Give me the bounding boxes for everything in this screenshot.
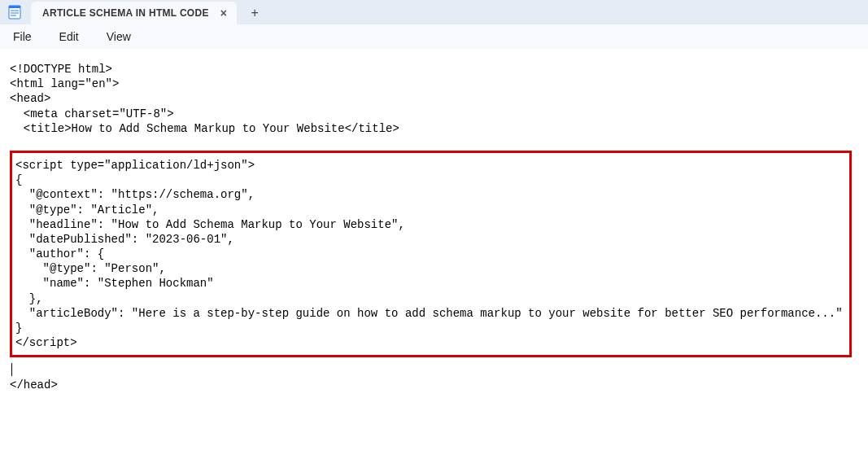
menu-file[interactable]: File [10, 28, 35, 45]
plus-icon: + [251, 6, 259, 20]
code-pre: <!DOCTYPE html> <html lang="en"> <head> … [10, 63, 399, 135]
tab-title: ARTICLE SCHEMA IN HTML CODE [42, 7, 209, 19]
highlight-box: <script type="application/ld+json"> { "@… [10, 151, 852, 357]
menu-edit[interactable]: Edit [56, 28, 82, 45]
svg-rect-1 [9, 6, 20, 8]
new-tab-button[interactable]: + [243, 2, 266, 24]
code-editor[interactable]: <!DOCTYPE html> <html lang="en"> <head> … [0, 49, 868, 455]
titlebar: ARTICLE SCHEMA IN HTML CODE × + [0, 0, 868, 24]
code-post: </head> [10, 378, 58, 392]
document-tab[interactable]: ARTICLE SCHEMA IN HTML CODE × [31, 2, 237, 24]
menubar: File Edit View [0, 24, 868, 49]
close-icon[interactable]: × [220, 7, 227, 19]
editor-window: ARTICLE SCHEMA IN HTML CODE × + File Edi… [0, 0, 868, 455]
code-boxed: <script type="application/ld+json"> { "@… [15, 159, 843, 349]
text-cursor [11, 363, 12, 376]
menu-view[interactable]: View [103, 28, 134, 45]
notepad-icon [7, 4, 23, 20]
